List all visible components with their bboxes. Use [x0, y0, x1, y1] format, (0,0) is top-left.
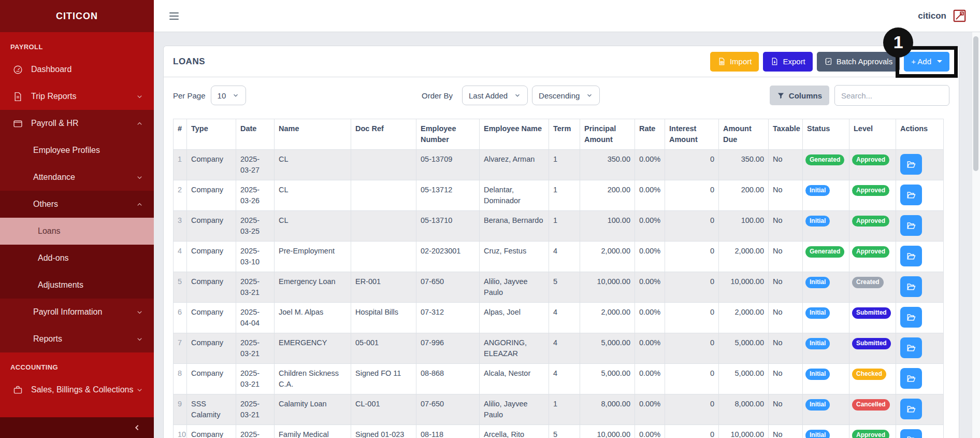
- cell-principal: 8,000.00: [580, 394, 635, 425]
- cell-level: Cancelled: [849, 394, 896, 425]
- sidebar-item-sales-billings-collections[interactable]: Sales, Billings & Collections: [0, 376, 154, 403]
- row-actions-button[interactable]: [900, 307, 922, 328]
- add-button[interactable]: + Add: [904, 52, 949, 72]
- cell-employee_name: Alcala, Nestor: [480, 364, 549, 394]
- cell-name: Calamity Loan: [275, 394, 351, 425]
- cell-amount_due: 5,000.00: [719, 364, 769, 394]
- cell-actions: [896, 364, 944, 394]
- sidebar-item-label: Adjustments: [38, 280, 83, 290]
- sidebar-item-payroll-information[interactable]: Payroll Information: [0, 299, 154, 326]
- order-by-select[interactable]: Last Added: [462, 86, 528, 105]
- order-direction-select[interactable]: Descending: [532, 86, 600, 105]
- cell-taxable: No: [769, 150, 803, 180]
- cell-actions: [896, 425, 944, 438]
- columns-button[interactable]: Columns: [770, 86, 829, 105]
- table-row: 5Company2025-03-21Emergency LoanER-00107…: [174, 272, 944, 303]
- import-button[interactable]: Import: [710, 52, 759, 72]
- sidebar-item-adjustments[interactable]: Adjustments: [0, 272, 154, 299]
- sidebar-item-attendance[interactable]: Attendance: [0, 164, 154, 191]
- cell-name: CL: [275, 150, 351, 180]
- row-actions-button[interactable]: [900, 399, 922, 419]
- chevron-down-icon: [136, 308, 143, 316]
- cell-doc_ref: Signed FO 11: [351, 364, 416, 394]
- cell-employee_name: Alvarez, Arman: [480, 150, 549, 180]
- scrollbar-track[interactable]: [972, 32, 980, 438]
- cell-status: Initial: [803, 394, 849, 425]
- scrollbar-thumb[interactable]: [973, 36, 978, 171]
- row-actions-button[interactable]: [900, 246, 922, 266]
- brand-title: CITICON: [0, 0, 154, 32]
- row-actions-button[interactable]: [900, 154, 922, 175]
- cell-doc_ref: CL-001: [351, 394, 416, 425]
- sidebar-item-label: Sales, Billings & Collections: [31, 385, 133, 394]
- cell-principal: 5,000.00: [580, 333, 635, 364]
- sidebar-item-reports[interactable]: Reports: [0, 326, 154, 352]
- row-actions-button[interactable]: [900, 185, 922, 205]
- cell-principal: 100.00: [580, 211, 635, 242]
- sidebar-item-payroll-hr[interactable]: Payroll & HR: [0, 110, 154, 137]
- cell-name: Children Sickness C.A.: [275, 364, 351, 394]
- hamburger-menu-icon[interactable]: [169, 10, 179, 22]
- cell-interest: 0: [665, 425, 719, 438]
- cell-employee_name: ANGORING, ELEAZAR: [480, 333, 549, 364]
- sidebar-item-others[interactable]: Others: [0, 191, 154, 218]
- col-header-amount-due: Amount Due: [719, 119, 769, 150]
- cell-taxable: No: [769, 394, 803, 425]
- cell-rate: 0.00%: [635, 211, 665, 242]
- export-button[interactable]: Export: [763, 52, 812, 72]
- sidebar-item-dashboard[interactable]: Dashboard: [0, 56, 154, 83]
- cell-taxable: No: [769, 303, 803, 333]
- funnel-icon: [777, 92, 785, 100]
- sidebar-item-label: Loans: [38, 227, 61, 236]
- order-by-value: Last Added: [469, 91, 508, 100]
- sidebar-item-loans[interactable]: Loans: [0, 218, 154, 245]
- row-actions-button[interactable]: [900, 368, 922, 389]
- level-badge: Approved: [852, 246, 889, 257]
- cell-taxable: No: [769, 211, 803, 242]
- row-actions-button[interactable]: [900, 215, 922, 236]
- level-badge: Approved: [852, 216, 889, 227]
- journal-check-icon: [824, 57, 833, 66]
- user-name[interactable]: citicon: [918, 11, 946, 21]
- row-actions-button[interactable]: [900, 276, 922, 297]
- cell-employee_name: Cruz, Festus: [480, 242, 549, 272]
- search-input[interactable]: [834, 85, 949, 106]
- status-badge: Initial: [805, 216, 830, 227]
- cell-rate: 0.00%: [635, 242, 665, 272]
- cell-date: 2025-: [236, 425, 275, 438]
- topbar: citicon: [154, 0, 980, 32]
- status-badge: Initial: [805, 307, 830, 318]
- cell-num: 5: [174, 272, 187, 303]
- col-header-employee-name: Employee Name: [480, 119, 549, 150]
- cell-term: 5: [549, 272, 580, 303]
- cell-actions: [896, 150, 944, 180]
- table-row: 8Company2025-03-21Children Sickness C.A.…: [174, 364, 944, 394]
- folder-open-icon: [906, 159, 916, 169]
- level-badge: Approved: [852, 185, 889, 196]
- col-header-level: Level: [849, 119, 896, 150]
- cell-interest: 0: [665, 272, 719, 303]
- cell-rate: 0.00%: [635, 303, 665, 333]
- controls-row: Per Page 10 Order By Last Added Descendi…: [173, 85, 949, 106]
- toolbar: ImportExportBatch Approvals+ Add1: [710, 52, 949, 72]
- collapse-sidebar-icon[interactable]: [133, 423, 141, 432]
- row-actions-button[interactable]: [900, 429, 922, 438]
- cell-employee_number: 05-13709: [416, 150, 480, 180]
- per-page-select[interactable]: 10: [211, 86, 247, 105]
- sidebar-item-trip-reports[interactable]: Trip Reports: [0, 83, 154, 110]
- sidebar-item-employee-profiles[interactable]: Employee Profiles: [0, 137, 154, 164]
- cell-date: 2025-03-21: [236, 272, 275, 303]
- sidebar-item-add-ons[interactable]: Add-ons: [0, 245, 154, 272]
- sidebar-section-accounting: ACCOUNTING: [0, 352, 154, 376]
- cell-interest: 0: [665, 364, 719, 394]
- cell-type: Company: [187, 272, 236, 303]
- cell-name: Joel M. Alpas: [275, 303, 351, 333]
- cell-interest: 0: [665, 394, 719, 425]
- cell-term: 1: [549, 150, 580, 180]
- batch-approvals-button[interactable]: Batch Approvals: [817, 52, 900, 72]
- row-actions-button[interactable]: [900, 337, 922, 358]
- export-button-label: Export: [783, 57, 805, 66]
- status-badge: Initial: [805, 399, 830, 410]
- chevron-up-icon: [136, 120, 143, 128]
- table-row: 3Company2025-03-25CL05-13710Berana, Bern…: [174, 211, 944, 242]
